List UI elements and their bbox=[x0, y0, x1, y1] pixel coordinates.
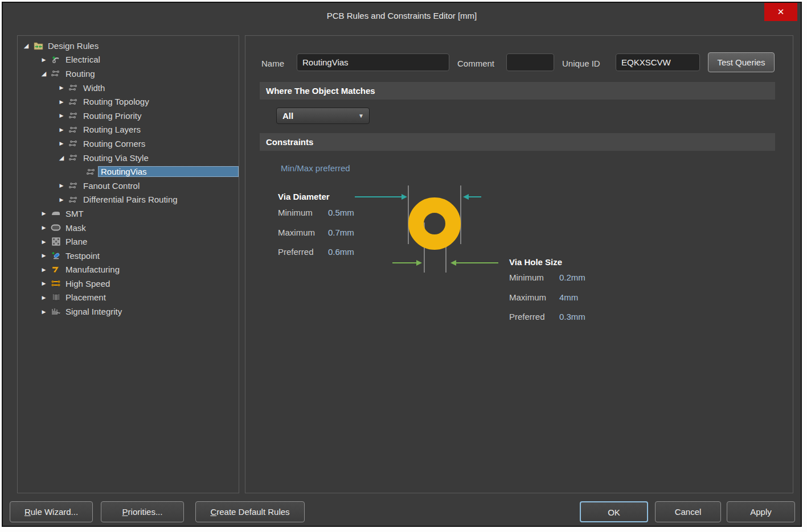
expander-icon[interactable]: ◢ bbox=[39, 70, 49, 77]
constraints-header: Constraints bbox=[260, 133, 775, 151]
name-input[interactable] bbox=[297, 53, 449, 71]
tree-item-label: Routing Topology bbox=[80, 96, 152, 107]
constraint-label: Maximum bbox=[509, 292, 559, 304]
tree-item-routing-via-style[interactable]: ◢Routing Via Style bbox=[18, 151, 239, 165]
expander-icon[interactable]: ▶ bbox=[56, 141, 67, 146]
cancel-button[interactable]: Cancel bbox=[655, 501, 721, 522]
high-speed-icon bbox=[49, 279, 63, 287]
tree-item-routing-priority[interactable]: ▶Routing Priority bbox=[18, 109, 239, 123]
expander-icon[interactable]: ▶ bbox=[39, 295, 49, 300]
tree-item-mask[interactable]: ▶Mask bbox=[18, 221, 239, 235]
rules-tree: ◢Design Rules▶Electrical◢Routing▶Width▶R… bbox=[17, 35, 239, 493]
tree-item-design-rules[interactable]: ◢Design Rules bbox=[18, 39, 239, 53]
priorities-button[interactable]: Priorities... bbox=[101, 501, 184, 522]
expander-icon[interactable]: ▶ bbox=[56, 183, 67, 188]
routing-icon bbox=[67, 139, 80, 147]
comment-input[interactable] bbox=[506, 53, 554, 71]
tree-item-testpoint[interactable]: ▶Testpoint bbox=[18, 249, 239, 263]
electrical-icon bbox=[49, 55, 63, 64]
tree-item-differential-pairs-routing[interactable]: ▶Differential Pairs Routing bbox=[18, 193, 239, 207]
apply-button[interactable]: Apply bbox=[727, 501, 795, 522]
test-queries-button[interactable]: Test Queries bbox=[708, 52, 775, 72]
expander-icon[interactable]: ▶ bbox=[39, 267, 49, 273]
manufacturing-icon bbox=[49, 266, 63, 274]
constraint-value[interactable]: 0.2mm bbox=[559, 273, 585, 284]
plane-icon bbox=[49, 237, 63, 246]
routing-icon bbox=[67, 98, 80, 106]
via-hole-size-rows: Minimum0.2mmMaximum4mmPreferred0.3mm bbox=[509, 273, 585, 332]
placement-icon bbox=[49, 293, 63, 302]
tree-item-routing[interactable]: ◢Routing bbox=[18, 67, 239, 81]
tree-item-label: Routing Layers bbox=[80, 124, 144, 135]
via-diagram bbox=[348, 181, 513, 281]
smt-icon bbox=[49, 210, 63, 217]
tree-item-label: Design Rules bbox=[45, 40, 101, 51]
routing-icon bbox=[67, 196, 80, 204]
chevron-down-icon: ▼ bbox=[358, 108, 364, 123]
expander-icon[interactable]: ▶ bbox=[39, 239, 49, 245]
expander-icon[interactable]: ▶ bbox=[39, 211, 49, 216]
tree-item-label: Manufacturing bbox=[63, 264, 122, 275]
scope-dropdown[interactable]: All ▼ bbox=[276, 108, 370, 124]
tree-item-manufacturing[interactable]: ▶Manufacturing bbox=[18, 263, 239, 277]
expander-icon[interactable]: ▶ bbox=[56, 197, 67, 203]
tree-item-routing-corners[interactable]: ▶Routing Corners bbox=[18, 137, 239, 151]
minmax-mode-label[interactable]: Min/Max preferred bbox=[281, 163, 350, 173]
window-title: PCB Rules and Constraints Editor [mm] bbox=[3, 3, 801, 29]
constraint-label: Minimum bbox=[509, 273, 559, 284]
tree-item-plane[interactable]: ▶Plane bbox=[18, 234, 239, 249]
expander-icon[interactable]: ◢ bbox=[21, 42, 31, 50]
tree-item-label: Routing bbox=[63, 68, 98, 79]
expander-icon[interactable]: ▶ bbox=[56, 127, 67, 133]
tree-item-routing-topology[interactable]: ▶Routing Topology bbox=[18, 94, 239, 109]
tree-item-electrical[interactable]: ▶Electrical bbox=[18, 53, 239, 67]
tree-item-label: Routing Via Style bbox=[80, 152, 151, 163]
routing-icon bbox=[67, 154, 80, 162]
expander-icon[interactable]: ◢ bbox=[56, 154, 67, 162]
tree-item-routingvias[interactable]: RoutingVias bbox=[18, 164, 239, 179]
unique-id-label: Unique ID bbox=[562, 59, 600, 68]
tree-item-label: Placement bbox=[63, 292, 109, 303]
tree-item-label: Width bbox=[80, 83, 108, 93]
tree-item-label: Plane bbox=[63, 236, 90, 247]
tree-item-high-speed[interactable]: ▶High Speed bbox=[18, 277, 239, 291]
via-hole-size-maximum-row: Maximum4mm bbox=[509, 292, 585, 304]
tree-item-placement[interactable]: ▶Placement bbox=[18, 291, 239, 305]
constraint-value[interactable]: 4mm bbox=[559, 292, 578, 304]
unique-id-input[interactable] bbox=[616, 53, 700, 71]
expander-icon[interactable]: ▶ bbox=[39, 253, 49, 258]
create-default-rules-button[interactable]: Create Default Rules bbox=[195, 501, 305, 522]
tree-item-routing-layers[interactable]: ▶Routing Layers bbox=[18, 123, 239, 137]
tree-item-signal-integrity[interactable]: ▶Signal Integrity bbox=[18, 304, 239, 319]
expander-icon[interactable]: ▶ bbox=[39, 57, 49, 63]
via-diameter-title: Via Diameter bbox=[278, 192, 330, 201]
rule-wizard-button[interactable]: Rule Wizard... bbox=[10, 501, 93, 522]
design-rules-icon bbox=[31, 42, 45, 50]
expander-icon[interactable]: ▶ bbox=[39, 225, 49, 230]
constraint-label: Preferred bbox=[278, 247, 328, 258]
expander-icon[interactable]: ▶ bbox=[39, 309, 49, 315]
tree-item-label: Routing Corners bbox=[80, 138, 148, 149]
tree-item-smt[interactable]: ▶SMT bbox=[18, 207, 239, 221]
routing-icon bbox=[67, 182, 80, 189]
tree-item-label: SMT bbox=[63, 208, 87, 219]
tree-item-fanout-control[interactable]: ▶Fanout Control bbox=[18, 179, 239, 193]
pcb-rules-dialog: PCB Rules and Constraints Editor [mm] ✕ … bbox=[2, 2, 802, 527]
via-hole-size-preferred-row: Preferred0.3mm bbox=[509, 312, 585, 323]
close-icon[interactable]: ✕ bbox=[764, 3, 797, 21]
expander-icon[interactable]: ▶ bbox=[56, 113, 67, 118]
routing-icon bbox=[67, 84, 80, 92]
tree-item-label: Testpoint bbox=[63, 250, 103, 261]
via-hole-size-minimum-row: Minimum0.2mm bbox=[509, 273, 585, 284]
expander-icon[interactable]: ▶ bbox=[56, 99, 67, 105]
expander-icon[interactable]: ▶ bbox=[56, 85, 67, 90]
tree-item-label: Fanout Control bbox=[80, 180, 142, 191]
tree-item-label: High Speed bbox=[63, 278, 113, 289]
tree-item-label: Routing Priority bbox=[80, 110, 145, 121]
expander-icon[interactable]: ▶ bbox=[39, 281, 49, 286]
testpoint-icon bbox=[49, 251, 63, 260]
ok-button[interactable]: OK bbox=[580, 501, 648, 522]
constraint-value[interactable]: 0.3mm bbox=[559, 312, 585, 323]
tree-item-width[interactable]: ▶Width bbox=[18, 81, 239, 95]
tree-item-label: Signal Integrity bbox=[63, 306, 125, 317]
